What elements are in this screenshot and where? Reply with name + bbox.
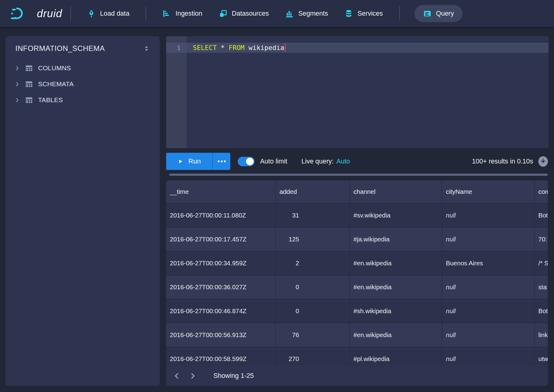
nav-item-label: Services xyxy=(357,10,383,17)
cell-cityname: null xyxy=(442,275,535,299)
table-row: 2016-06-27T00:00:56.913Z 76 #en.wikipedi… xyxy=(166,323,548,347)
nav-group-query: Query xyxy=(408,0,463,27)
cell-time: 2016-06-27T00:00:17.457Z xyxy=(166,228,276,251)
table-row: 2016-06-27T00:00:36.027Z 0 #en.wikipedia… xyxy=(166,275,548,299)
table-row: 2016-06-27T00:00:46.874Z 0 #sh.wikipedia… xyxy=(166,299,548,323)
nav-item-label: Query xyxy=(436,10,454,17)
text-cursor xyxy=(285,44,286,52)
schema-selector-label: INFORMATION_SCHEMA xyxy=(15,44,105,53)
table-icon xyxy=(25,64,33,72)
cell-comment: sta xyxy=(535,275,548,299)
sql-token: FROM xyxy=(229,44,245,52)
cell-comment: /* S xyxy=(535,252,548,275)
query-icon xyxy=(423,10,431,18)
toggle-knob xyxy=(246,158,254,165)
cell-comment: Bot xyxy=(535,204,548,227)
run-button[interactable]: Run xyxy=(166,153,212,170)
live-query-value[interactable]: Auto xyxy=(337,158,350,165)
horizontal-scrollbar[interactable] xyxy=(169,174,548,176)
cell-added: 31 xyxy=(276,204,350,227)
cell-time: 2016-06-27T00:00:56.913Z xyxy=(166,323,276,347)
nav-group-load: Load data xyxy=(79,0,138,27)
results-panel: __time added channel cityName comment 20… xyxy=(166,180,548,386)
auto-limit-toggle[interactable] xyxy=(238,157,255,166)
cell-time: 2016-06-27T00:00:11.080Z xyxy=(166,204,276,227)
schema-tree-item-columns[interactable]: COLUMNS xyxy=(6,60,160,76)
navbar: druid Load data Ingestion Datasources xyxy=(0,0,554,27)
chevron-right-icon[interactable] xyxy=(15,82,20,87)
nav-item-services[interactable]: Services xyxy=(336,0,391,27)
column-header-time[interactable]: __time xyxy=(166,180,276,203)
sql-tokens: SELECT * FROM wikipedia xyxy=(193,44,284,52)
nav-divider xyxy=(146,6,146,21)
nav-item-datasources[interactable]: Datasources xyxy=(211,0,277,27)
live-query-label: Live query: xyxy=(301,158,334,165)
results-header-row: __time added channel cityName comment xyxy=(166,180,548,204)
tree-item-label: TABLES xyxy=(38,96,63,104)
nav-item-segments[interactable]: Segments xyxy=(277,0,336,27)
logo-text: druid xyxy=(37,7,62,20)
column-header-cityname[interactable]: cityName xyxy=(442,180,535,203)
results-body: 2016-06-27T00:00:11.080Z 31 #sv.wikipedi… xyxy=(166,204,548,371)
cell-added: 125 xyxy=(276,228,350,251)
play-icon xyxy=(178,159,183,164)
sql-token: wikipedia xyxy=(244,44,284,52)
cell-time: 2016-06-27T00:00:34.959Z xyxy=(166,252,276,275)
live-query: Live query: Auto xyxy=(301,158,350,165)
sql-editor[interactable]: 1 SELECT * FROM wikipedia xyxy=(166,36,548,148)
schema-tree: COLUMNS SCHEMATA TABLES xyxy=(6,60,160,108)
nav-item-label: Segments xyxy=(298,10,328,17)
nav-item-label: Load data xyxy=(100,10,130,17)
nav-item-load-data[interactable]: Load data xyxy=(79,0,138,27)
pagination-bar: Showing 1-25 xyxy=(166,366,548,386)
cell-added: 2 xyxy=(276,252,350,275)
sql-code-line: SELECT * FROM wikipedia xyxy=(187,43,286,53)
nav-item-ingestion[interactable]: Ingestion xyxy=(154,0,210,27)
cell-cityname: null xyxy=(442,228,535,251)
datasources-icon xyxy=(219,10,227,18)
column-header-comment[interactable]: comment xyxy=(535,180,548,203)
nav-item-label: Datasources xyxy=(232,10,269,17)
run-more-button[interactable] xyxy=(212,153,230,170)
cell-time: 2016-06-27T00:00:36.027Z xyxy=(166,275,276,299)
schema-tree-item-tables[interactable]: TABLES xyxy=(6,92,160,108)
cell-channel: #sh.wikipedia xyxy=(350,299,442,323)
table-row: 2016-06-27T00:00:34.959Z 2 #en.wikipedia… xyxy=(166,252,548,275)
sql-token: SELECT xyxy=(193,44,217,52)
table-row: 2016-06-27T00:00:11.080Z 31 #sv.wikipedi… xyxy=(166,204,548,228)
column-header-added[interactable]: added xyxy=(276,180,350,203)
cell-channel: #sv.wikipedia xyxy=(350,204,442,227)
cell-channel: #en.wikipedia xyxy=(350,323,442,347)
schema-selector[interactable]: INFORMATION_SCHEMA xyxy=(6,36,160,53)
run-button-label: Run xyxy=(188,157,201,165)
previous-page-button[interactable] xyxy=(169,368,185,384)
nav-divider xyxy=(399,6,400,21)
download-button[interactable] xyxy=(538,156,548,167)
chevron-right-icon[interactable] xyxy=(15,66,20,71)
editor-gutter xyxy=(166,36,187,148)
nav-item-query[interactable]: Query xyxy=(415,5,463,22)
cell-added: 76 xyxy=(276,323,350,347)
services-icon xyxy=(345,10,353,18)
druid-logo[interactable]: druid xyxy=(10,6,62,21)
column-header-channel[interactable]: channel xyxy=(350,180,442,203)
cell-time: 2016-06-27T00:00:46.874Z xyxy=(166,299,276,323)
cell-added: 0 xyxy=(276,299,350,323)
cell-comment: 70: xyxy=(535,228,548,251)
nav-item-label: Ingestion xyxy=(175,10,202,17)
nav-group-main: Ingestion Datasources Segments Services xyxy=(154,0,391,27)
tree-item-label: SCHEMATA xyxy=(38,80,74,88)
schema-tree-item-schemata[interactable]: SCHEMATA xyxy=(6,76,160,92)
cell-cityname: Buenos Aires xyxy=(442,252,535,275)
cell-channel: #en.wikipedia xyxy=(350,252,442,275)
cell-cityname: null xyxy=(442,323,535,347)
ingestion-icon xyxy=(162,10,171,18)
editor-line-number: 1 xyxy=(166,43,187,53)
cell-comment: Bot xyxy=(535,299,548,323)
druid-logo-icon xyxy=(10,6,33,21)
chevron-right-icon[interactable] xyxy=(15,98,20,103)
next-page-button[interactable] xyxy=(185,368,201,384)
cell-added: 0 xyxy=(276,275,350,299)
cell-channel: #ja.wikipedia xyxy=(350,228,442,251)
chevron-left-icon xyxy=(173,372,180,379)
